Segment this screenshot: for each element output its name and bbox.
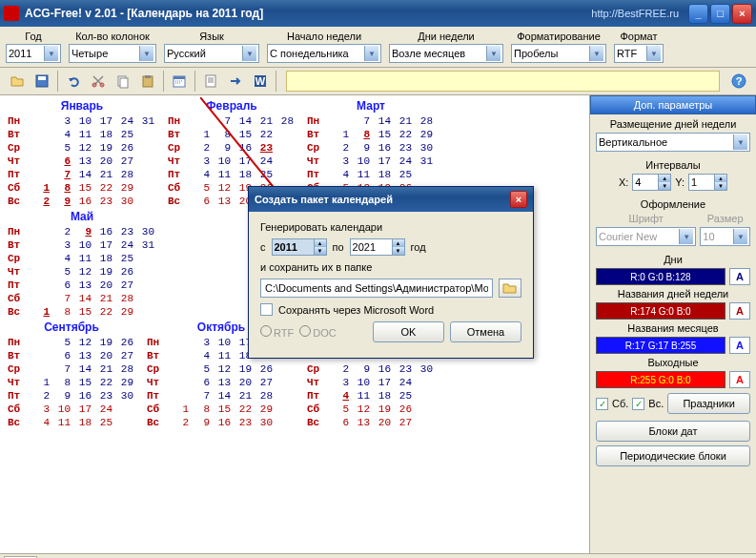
font-select: Courier New▼ <box>596 227 696 246</box>
blocks-button[interactable]: Блоки дат <box>596 421 750 442</box>
side-header: Доп. параметры <box>590 95 756 114</box>
sat-label: Сб. <box>612 398 628 409</box>
help-icon[interactable]: ? <box>727 70 750 93</box>
periodic-button[interactable]: Периодические блоки <box>596 445 750 466</box>
copy-icon[interactable] <box>112 70 134 93</box>
size-select: 10▼ <box>700 227 750 246</box>
document-icon[interactable] <box>199 70 222 93</box>
sun-label: Вс. <box>648 398 664 409</box>
save-icon[interactable] <box>31 70 53 93</box>
website-url: http://BestFREE.ru <box>591 8 679 19</box>
y-spinner[interactable]: ▲▼ <box>688 174 727 191</box>
svg-rect-10 <box>206 75 215 87</box>
holidays-button[interactable]: Праздники <box>667 393 750 414</box>
month-name: Май <box>8 210 156 223</box>
downames-color-label: Названия дней недели <box>596 288 750 300</box>
weekend-font-button[interactable]: A <box>729 371 750 388</box>
placement-label: Размещение дней недели <box>596 118 750 130</box>
paste-icon[interactable] <box>136 70 159 93</box>
weekend-color-label: Выходные <box>596 357 750 368</box>
dialog-close-button[interactable]: × <box>510 191 527 208</box>
svg-rect-1 <box>38 76 46 80</box>
browse-button[interactable] <box>499 279 521 298</box>
word-checkbox[interactable] <box>260 303 273 316</box>
generate-label: Генерировать календари <box>260 221 521 233</box>
weekend-swatch[interactable]: R:255 G:0 B:0 <box>596 371 725 388</box>
month-block: ЯнварьПн310172431Вт4111825Ср5121926Чт613… <box>8 99 156 208</box>
undo-icon[interactable] <box>62 70 85 93</box>
x-spinner[interactable]: ▲▼ <box>632 174 671 191</box>
design-label: Оформление <box>596 198 750 210</box>
maximize-button[interactable]: □ <box>710 4 730 24</box>
word-label: Сохранять через Microsoft Word <box>278 304 434 316</box>
lang-label: Язык <box>164 31 259 42</box>
downames-swatch[interactable]: R:174 G:0 B:0 <box>596 302 725 320</box>
close-button[interactable]: × <box>732 4 752 24</box>
days-label: Дни недели <box>389 31 503 42</box>
svg-rect-5 <box>120 78 128 88</box>
font-label: Шрифт <box>596 213 696 224</box>
y-label: Y: <box>675 176 684 188</box>
rtf-radio <box>260 325 272 337</box>
settings-toolbar: Год2011▼ Кол-во колонокЧетыре▼ ЯзыкРусск… <box>0 27 756 68</box>
month-name: Январь <box>8 99 156 113</box>
size-label: Размер <box>700 213 750 224</box>
month-block: СентябрьПн5121926Вт6132027Ср7142128Чт181… <box>8 320 135 429</box>
cols-label: Кол-во колонок <box>69 31 156 42</box>
doc-radio <box>299 325 311 337</box>
x-label: X: <box>619 176 628 188</box>
status-bar: 1 : 1 В этом году Пасха будет отмечаться… <box>0 553 756 558</box>
format-label: Формат <box>614 31 664 42</box>
month-name: Сентябрь <box>8 320 135 334</box>
from-label: с <box>260 241 266 253</box>
year-label: Год <box>6 31 61 42</box>
month-name: Март <box>307 99 435 113</box>
downames-font-button[interactable]: A <box>729 302 750 320</box>
cols-select[interactable]: Четыре▼ <box>69 44 156 63</box>
year-select[interactable]: 2011▼ <box>6 44 61 63</box>
cut-icon[interactable] <box>87 70 110 93</box>
week-label: Начало недели <box>267 31 381 42</box>
interval-label: Интервалы <box>596 159 750 171</box>
month-block: МайПн29162330Вт310172431Ср4111825Чт51219… <box>8 210 156 319</box>
monthnames-swatch[interactable]: R:17 G:17 B:255 <box>596 337 725 354</box>
calendar-icon[interactable] <box>168 70 191 93</box>
placement-select[interactable]: Вертикальное▼ <box>596 133 750 152</box>
titlebar: ACG-Free! v 2.01 - [Календарь на 2011 го… <box>0 0 756 27</box>
svg-rect-9 <box>174 76 185 79</box>
fmt-label: Форматирование <box>511 31 606 42</box>
lang-select[interactable]: Русский▼ <box>164 44 259 63</box>
save-label: и сохранить их в папке <box>260 261 521 273</box>
sat-checkbox[interactable]: ✓ <box>596 398 608 410</box>
word-icon[interactable]: W <box>249 70 272 93</box>
fmt-select[interactable]: Пробелы▼ <box>511 44 606 63</box>
days-swatch[interactable]: R:0 G:0 B:128 <box>596 268 725 285</box>
svg-text:?: ? <box>736 75 743 87</box>
svg-rect-7 <box>145 75 151 78</box>
days-select[interactable]: Возле месяцев▼ <box>389 44 503 63</box>
cancel-button[interactable]: Отмена <box>450 321 521 342</box>
message-bar <box>286 71 720 92</box>
monthnames-color-label: Названия месяцев <box>596 322 750 334</box>
icon-toolbar: W ? <box>0 68 756 95</box>
arrow-right-icon[interactable] <box>224 70 247 93</box>
open-icon[interactable] <box>6 70 29 93</box>
sun-checkbox[interactable]: ✓ <box>632 398 644 410</box>
days-font-button[interactable]: A <box>729 268 750 285</box>
app-icon <box>4 6 19 21</box>
window-title: ACG-Free! v 2.01 - [Календарь на 2011 го… <box>25 7 591 20</box>
month-name: Февраль <box>168 99 296 113</box>
svg-text:W: W <box>255 75 266 87</box>
create-package-dialog: Создать пакет календарей× Генерировать к… <box>248 186 534 359</box>
ok-button[interactable]: OK <box>373 321 444 342</box>
format-select[interactable]: RTF▼ <box>614 44 664 63</box>
week-select[interactable]: С понедельника▼ <box>267 44 381 63</box>
side-panel: Доп. параметры Размещение дней недели Ве… <box>589 95 756 553</box>
year-suffix-label: год <box>411 241 426 253</box>
path-input[interactable] <box>260 279 493 298</box>
from-year-spinner[interactable]: ▲▼ <box>272 238 327 256</box>
monthnames-font-button[interactable]: A <box>729 337 750 354</box>
minimize-button[interactable]: _ <box>688 4 708 24</box>
to-year-spinner[interactable]: ▲▼ <box>350 238 405 256</box>
days-color-label: Дни <box>596 254 750 265</box>
